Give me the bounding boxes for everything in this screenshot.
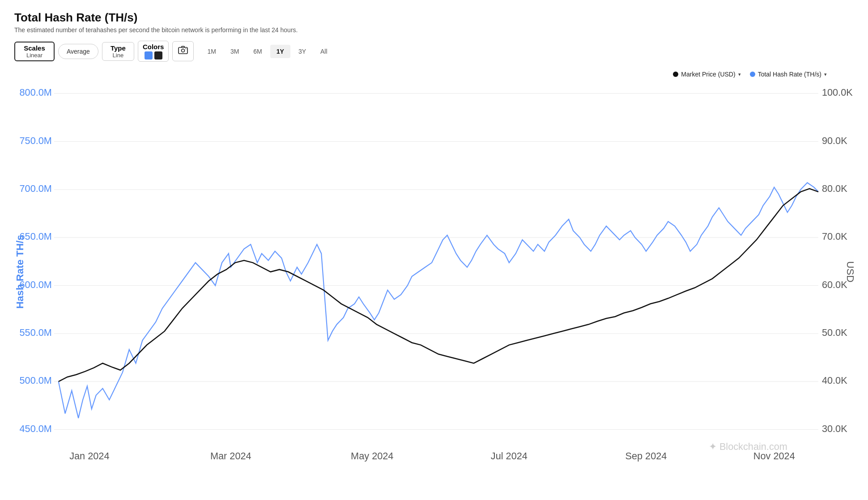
svg-text:750.0M: 750.0M (20, 135, 52, 146)
chart-area: Market Price (USD) ▾ Total Hash Rate (TH… (14, 71, 854, 482)
svg-text:✦ Blockchain.com: ✦ Blockchain.com (709, 441, 787, 452)
legend-hash-rate[interactable]: Total Hash Rate (TH/s) ▾ (750, 71, 827, 78)
time-btn-1m[interactable]: 1M (201, 45, 222, 58)
scales-button[interactable]: Scales Linear (14, 42, 55, 61)
legend-hash-rate-chevron: ▾ (824, 72, 827, 77)
svg-text:70.0K: 70.0K (822, 231, 847, 242)
svg-text:Hash Rate TH/s: Hash Rate TH/s (14, 235, 26, 309)
type-button[interactable]: Type Line (102, 42, 134, 61)
average-button[interactable]: Average (58, 44, 98, 59)
svg-text:30.0K: 30.0K (822, 423, 847, 434)
svg-text:500.0M: 500.0M (20, 375, 52, 386)
svg-text:700.0M: 700.0M (20, 183, 52, 194)
type-value: Line (113, 52, 124, 59)
time-btn-all[interactable]: All (314, 45, 334, 58)
legend-market-price-label: Market Price (USD) (681, 71, 735, 78)
legend-market-price[interactable]: Market Price (USD) ▾ (673, 71, 740, 78)
svg-text:50.0K: 50.0K (822, 327, 847, 338)
color-swatches (145, 51, 162, 59)
type-label: Type (111, 44, 126, 52)
svg-text:USD: USD (845, 261, 854, 282)
svg-rect-0 (179, 47, 187, 54)
time-btn-3m[interactable]: 3M (224, 45, 245, 58)
market-price-line (59, 189, 818, 381)
svg-text:800.0M: 800.0M (20, 87, 52, 98)
colors-button[interactable]: Colors (138, 41, 169, 62)
page-title: Total Hash Rate (TH/s) (14, 11, 854, 25)
toolbar: Scales Linear Average Type Line Colors (14, 41, 854, 62)
legend-dot-blue (750, 72, 755, 77)
svg-text:80.0K: 80.0K (822, 183, 847, 194)
hash-rate-line (59, 182, 818, 418)
svg-text:Jul 2024: Jul 2024 (491, 450, 528, 462)
svg-text:Sep 2024: Sep 2024 (625, 450, 667, 462)
svg-text:40.0K: 40.0K (822, 375, 847, 386)
svg-text:450.0M: 450.0M (20, 423, 52, 434)
camera-button[interactable] (172, 41, 194, 61)
svg-text:550.0M: 550.0M (20, 327, 52, 338)
svg-text:Mar 2024: Mar 2024 (210, 450, 251, 462)
chart-svg: 800.0M 750.0M 700.0M 650.0M 600.0M 550.0… (14, 71, 854, 482)
camera-icon (178, 45, 188, 57)
time-btn-6m[interactable]: 6M (247, 45, 268, 58)
color-swatch-black (154, 51, 162, 59)
time-range-group: 1M 3M 6M 1Y 3Y All (201, 45, 333, 58)
svg-point-1 (182, 49, 185, 52)
svg-text:May 2024: May 2024 (351, 450, 393, 462)
svg-text:60.0K: 60.0K (822, 279, 847, 290)
time-btn-3y[interactable]: 3Y (292, 45, 312, 58)
legend-market-price-chevron: ▾ (738, 72, 741, 77)
svg-text:Jan 2024: Jan 2024 (69, 450, 109, 462)
scales-value: Linear (26, 52, 43, 59)
svg-point-2 (186, 48, 187, 49)
time-btn-1y[interactable]: 1Y (270, 45, 290, 58)
legend-dot-black (673, 72, 678, 77)
svg-text:90.0K: 90.0K (822, 135, 847, 146)
legend-hash-rate-label: Total Hash Rate (TH/s) (758, 71, 821, 78)
scales-label: Scales (24, 44, 45, 52)
svg-text:100.0K: 100.0K (822, 87, 853, 98)
colors-label: Colors (143, 43, 164, 51)
color-swatch-blue (145, 51, 153, 59)
chart-subtitle: The estimated number of terahashes per s… (14, 26, 854, 34)
legend: Market Price (USD) ▾ Total Hash Rate (TH… (673, 71, 827, 78)
